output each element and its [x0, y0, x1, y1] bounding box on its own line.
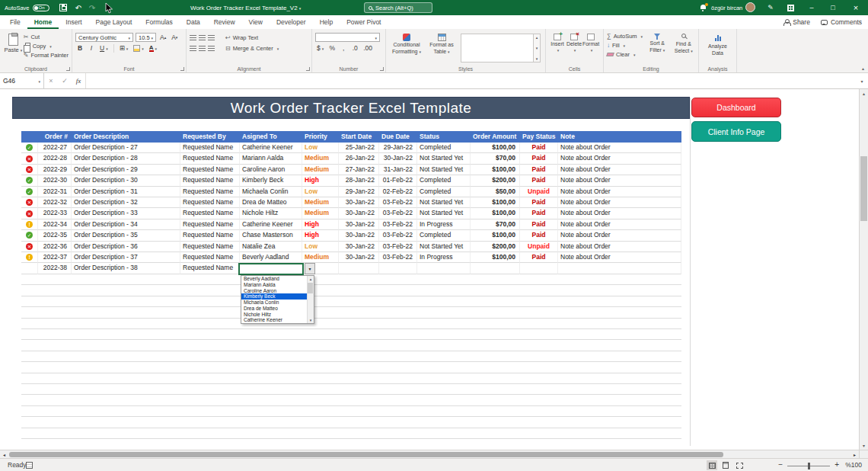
cell-status[interactable]: Not Started Yet — [417, 242, 471, 252]
save-button[interactable] — [56, 0, 70, 15]
cell-pay-status[interactable]: Paid — [520, 197, 558, 208]
share-button[interactable]: Share — [783, 18, 810, 26]
zoom-out-button[interactable]: − — [778, 460, 783, 469]
cell-assigned-to[interactable]: Drea de Matteo — [240, 197, 302, 208]
merge-center-button[interactable]: ⊟Merge & Center — [225, 43, 279, 53]
dashboard-button[interactable]: Dashboard — [691, 98, 781, 117]
cell-assigned-to[interactable]: Catherine Keener — [240, 219, 302, 230]
cell-status[interactable]: Not Started Yet — [417, 165, 471, 175]
editing-mode-button[interactable]: ✎ — [764, 0, 777, 15]
align-center-button[interactable] — [199, 46, 206, 51]
cell-note[interactable]: Note about Order — [558, 153, 681, 164]
cell-requested-by[interactable]: Requested Name — [180, 175, 240, 186]
cell-note[interactable]: Note about Order — [558, 242, 681, 252]
cell-status-icon[interactable]: ✕ — [21, 197, 38, 208]
fill-color-button[interactable] — [132, 43, 145, 53]
dropdown-item[interactable]: Kimberly Beck — [241, 293, 307, 300]
tab-formulas[interactable]: Formulas — [139, 15, 179, 29]
cell-note[interactable]: Note about Order — [558, 197, 681, 208]
tab-file[interactable]: File — [3, 15, 27, 29]
cell-order-description[interactable]: Order Description - 34 — [72, 219, 180, 230]
cell-order-amount[interactable]: $50,00 — [471, 187, 520, 197]
cell-assigned-to[interactable]: Beverly Aadland — [240, 252, 302, 263]
accounting-format-button[interactable]: $ — [315, 43, 325, 53]
format-cells-button[interactable]: Format — [582, 31, 599, 64]
cell-order-number[interactable]: 2022-27 — [38, 143, 72, 153]
vertical-scrollbar[interactable]: ▴ ▾ — [859, 89, 868, 450]
cell-priority[interactable]: High — [302, 219, 339, 230]
comments-button[interactable]: Comments — [821, 18, 862, 26]
cell-order-description[interactable]: Order Description - 33 — [72, 208, 180, 219]
cell-order-number[interactable]: 2022-29 — [38, 165, 72, 175]
font-color-button[interactable]: A — [148, 43, 158, 53]
cell-order-description[interactable]: Order Description - 30 — [72, 175, 180, 186]
column-header-requested-by[interactable]: Requested By — [180, 131, 240, 143]
name-box[interactable]: G46 — [0, 73, 44, 88]
cell-status-icon[interactable]: ✓ — [21, 230, 38, 241]
undo-button[interactable]: ↶ — [72, 0, 85, 15]
cell-start-date[interactable]: 30-Jan-22 — [339, 242, 379, 252]
decrease-decimal-button[interactable]: .00 — [362, 43, 374, 53]
tab-home[interactable]: Home — [27, 15, 59, 29]
cell-requested-by[interactable]: Requested Name — [180, 187, 240, 197]
scroll-left-icon[interactable]: ◂ — [0, 450, 8, 458]
cell-due-date[interactable]: 29-Jan-22 — [379, 143, 417, 153]
search-box[interactable]: Search (Alt+Q) — [364, 2, 432, 13]
cell-pay-status[interactable]: Paid — [520, 153, 558, 164]
avatar[interactable] — [745, 2, 755, 12]
cell-status-icon[interactable]: ✓ — [21, 187, 38, 197]
dropdown-scroll-thumb[interactable] — [308, 283, 313, 293]
cell-pay-status[interactable]: Paid — [520, 252, 558, 263]
cell-priority[interactable]: Medium — [302, 153, 339, 164]
column-header-order-amount[interactable]: Order Amount — [471, 131, 520, 143]
wrap-text-button[interactable]: ↩Wrap Text — [225, 33, 258, 42]
cell-assigned-to[interactable]: Mariann Aalda — [240, 153, 302, 164]
cell-order-number[interactable]: 2022-32 — [38, 197, 72, 208]
cell-pay-status[interactable]: Unpaid — [520, 242, 558, 252]
notifications-button[interactable] — [697, 0, 708, 15]
cell-note[interactable]: Note about Order — [558, 165, 681, 175]
fill-button[interactable]: ↓Fill — [607, 40, 643, 50]
cell-note[interactable]: Note about Order — [558, 230, 681, 241]
active-cell[interactable] — [238, 263, 304, 275]
cell-status[interactable]: Completed — [417, 187, 471, 197]
cell-order-amount[interactable]: $100,00 — [471, 197, 520, 208]
align-middle-button[interactable] — [199, 35, 206, 40]
cell-order-description[interactable]: Order Description - 27 — [72, 143, 180, 153]
cell-start-date[interactable]: 25-Jan-22 — [339, 143, 379, 153]
gallery-up-icon[interactable]: ▴ — [536, 35, 538, 40]
maximize-button[interactable]: □ — [824, 0, 842, 15]
dropdown-item[interactable]: Beverly Aadland — [241, 276, 307, 282]
tab-developer[interactable]: Developer — [270, 15, 313, 29]
cell-requested-by[interactable]: Requested Name — [180, 242, 240, 252]
cell-order-number[interactable]: 2022-33 — [38, 208, 72, 219]
dropdown-item[interactable]: Mariann Aalda — [241, 282, 307, 288]
cell-assigned-to[interactable]: Natalie Zea — [240, 242, 302, 252]
cell-due-date[interactable]: 30-Jan-22 — [379, 153, 417, 164]
cell-status-icon[interactable] — [21, 263, 38, 274]
cell-priority[interactable]: Medium — [302, 252, 339, 263]
cell-order-amount[interactable]: $100,00 — [471, 208, 520, 219]
cell-requested-by[interactable]: Requested Name — [180, 252, 240, 263]
align-right-button[interactable] — [208, 46, 215, 51]
alignment-dialog-launcher[interactable] — [306, 67, 310, 71]
cell-priority[interactable]: High — [302, 175, 339, 186]
cell-requested-by[interactable]: Requested Name — [180, 153, 240, 164]
close-button[interactable]: × — [847, 0, 865, 15]
cell-status[interactable] — [417, 263, 471, 274]
horizontal-scrollbar[interactable]: ◂ ▸ — [0, 450, 859, 458]
number-dialog-launcher[interactable] — [380, 67, 384, 71]
italic-button[interactable]: I — [87, 43, 96, 53]
column-header-note[interactable]: Note — [558, 131, 681, 143]
cell-status-icon[interactable]: ✓ — [21, 143, 38, 153]
cell-status-icon[interactable]: ! — [21, 219, 38, 230]
cell-assigned-to[interactable]: Michaela Conlin — [240, 187, 302, 197]
cell-due-date[interactable]: 31-Jan-22 — [379, 165, 417, 175]
autosave-control[interactable]: AutoSave On — [5, 0, 49, 15]
dropdown-item[interactable]: Drea de Matteo — [241, 306, 307, 312]
cell-status-icon[interactable]: ✕ — [21, 165, 38, 175]
cell-priority[interactable]: Medium — [302, 197, 339, 208]
increase-decimal-button[interactable]: .0 — [350, 43, 359, 53]
cell-pay-status[interactable]: Paid — [520, 219, 558, 230]
number-format-select[interactable] — [315, 33, 380, 42]
